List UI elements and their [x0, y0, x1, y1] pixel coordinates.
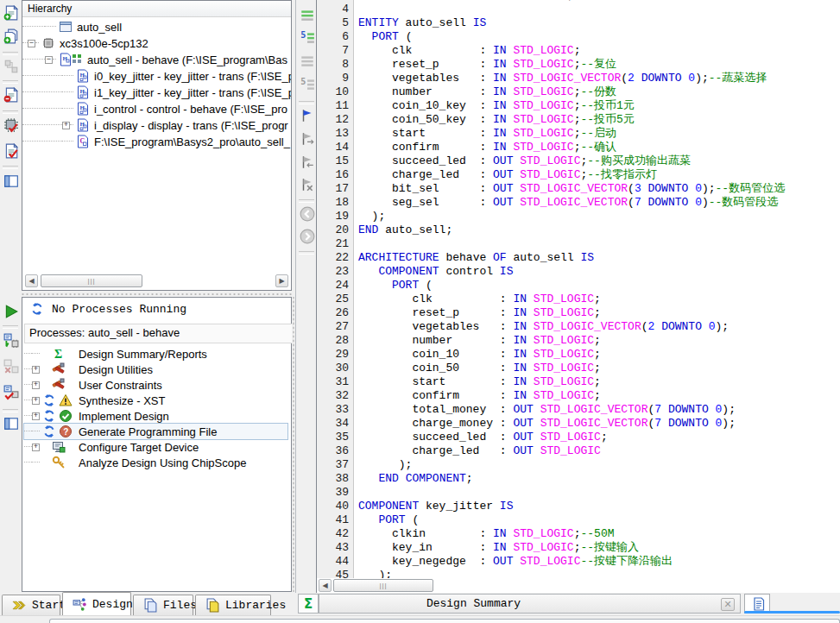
code-line[interactable]: 13 start : IN STD_LOGIC;--启动 — [317, 127, 840, 141]
rerun-gray-button[interactable] — [2, 357, 20, 376]
process-item[interactable]: +Configure Target Device — [24, 439, 287, 455]
editor-hscrollbar[interactable]: ◀ ||| — [319, 579, 839, 592]
lines-num-green-button[interactable]: 5 — [298, 28, 316, 47]
code-line[interactable]: 36 charge_led : OUT STD_LOGIC — [317, 444, 840, 458]
code-line[interactable]: 35 succeed_led : OUT STD_LOGIC; — [317, 431, 840, 444]
lines-gray-button[interactable] — [298, 52, 316, 71]
process-item[interactable]: Analyze Design Using ChipScope — [24, 455, 287, 470]
hierarchy-hscrollbar[interactable]: ◀ ||| ▶ — [25, 274, 288, 287]
code-editor[interactable]: 3USE IEEE.STD_LOGIC_UNSIGNED.ALL;45ENTIT… — [316, 0, 840, 593]
nav-back-button[interactable] — [298, 205, 316, 223]
rerun-all-button[interactable] — [2, 383, 20, 402]
scroll-thumb[interactable]: ||| — [41, 274, 142, 287]
column-view-button[interactable] — [2, 172, 20, 191]
process-item[interactable]: +Implement Design — [24, 408, 287, 424]
flag-clear-button[interactable] — [298, 175, 316, 194]
code-line[interactable]: 31 start : IN STD_LOGIC; — [317, 375, 840, 389]
play-button[interactable] — [2, 302, 20, 321]
code-line[interactable]: 38 END COMPONENT; — [317, 472, 840, 486]
code-line[interactable]: 8 reset_p : IN STD_LOGIC;--复位 — [317, 58, 840, 72]
process-item[interactable]: ?Generate Programming File — [24, 424, 287, 439]
code-line[interactable]: 7 clk : IN STD_LOGIC; — [317, 44, 840, 58]
close-summary-button[interactable]: ✕ — [721, 598, 735, 611]
lines-green-button[interactable] — [298, 6, 316, 25]
code-line[interactable]: 34 charge_money : OUT STD_LOGIC_VECTOR(7… — [317, 417, 840, 431]
code-line[interactable]: 23 COMPONENT control IS — [317, 265, 840, 279]
panel-splitter-horizontal[interactable] — [22, 291, 292, 297]
code-line[interactable]: 5ENTITY auto_sell IS — [317, 16, 840, 30]
code-line[interactable]: 16 charge_led : OUT STD_LOGIC;--找零指示灯 — [317, 168, 840, 182]
hierarchy-item[interactable]: Hi0_key_jitter - key_jitter - trans (F:\… — [22, 68, 291, 84]
code-line[interactable]: 11 coin_10_key : IN STD_LOGIC;--投币1元 — [317, 99, 840, 113]
scroll-left-button[interactable]: ◀ — [319, 579, 332, 592]
code-line[interactable]: 32 confirm : IN STD_LOGIC; — [317, 389, 840, 403]
tab-files[interactable]: Files — [133, 595, 193, 615]
remove-source-button[interactable] — [2, 85, 20, 104]
collapse-toggle[interactable]: − — [28, 40, 35, 47]
code-line[interactable]: 30 coin_50 : IN STD_LOGIC; — [317, 362, 840, 375]
code-line[interactable]: 10 number : IN STD_LOGIC;--份数 — [317, 85, 840, 99]
process-item[interactable]: +User Constraints — [24, 377, 287, 393]
expand-toggle[interactable]: + — [62, 122, 70, 129]
code-line[interactable]: 9 vegetables : IN STD_LOGIC_VECTOR(2 DOW… — [317, 72, 840, 85]
processes-view-header[interactable]: Processes: auto_sell - behave — [24, 324, 294, 343]
hierarchy-item[interactable]: CF:\ISE_program\Basys2_pro\auto_sell_ — [22, 134, 291, 149]
code-line[interactable]: 41 PORT ( — [317, 513, 840, 527]
add-source-button[interactable] — [2, 27, 20, 46]
rerun-button[interactable] — [2, 331, 20, 350]
code-line[interactable]: 27 vegetables : IN STD_LOGIC_VECTOR(2 DO… — [317, 320, 840, 334]
code-line[interactable]: 37 ); — [317, 458, 840, 472]
code-line[interactable]: 24 PORT ( — [317, 279, 840, 293]
code-line[interactable]: 45 ); — [317, 569, 840, 578]
tab-libraries[interactable]: Libraries — [195, 595, 271, 615]
hierarchy-item[interactable]: Hi_control - control - behave (F:\ISE_pr… — [22, 101, 291, 116]
hierarchy-item[interactable]: +Hi_display - display - trans (F:\ISE_pr… — [22, 117, 291, 133]
code-line[interactable]: 22ARCHITECTURE behave OF auto_sell IS — [317, 251, 840, 265]
nav-fwd-button[interactable] — [298, 227, 316, 246]
expand-toggle[interactable]: + — [32, 412, 40, 420]
code-line[interactable]: 6 PORT ( — [317, 30, 840, 44]
code-line[interactable]: 14 confirm : IN STD_LOGIC;--确认 — [317, 141, 840, 154]
code-line[interactable]: 43 key_in : IN STD_LOGIC;--按键输入 — [317, 541, 840, 555]
code-line[interactable]: 39 — [317, 486, 840, 500]
code-line[interactable]: 17 bit_sel : OUT STD_LOGIC_VECTOR(3 DOWN… — [317, 182, 840, 196]
scroll-thumb[interactable]: ||| — [333, 579, 433, 592]
expand-toggle[interactable]: + — [32, 397, 40, 405]
code-line[interactable]: 20END auto_sell; — [317, 223, 840, 237]
lines-num-gray-button[interactable]: 5 — [298, 75, 316, 94]
tab-start[interactable]: Start — [2, 595, 60, 615]
code-line[interactable]: 44 key_negedge : OUT STD_LOGIC--按键下降沿输出 — [317, 555, 840, 569]
collapse-toggle[interactable]: − — [45, 56, 53, 64]
code-line[interactable]: 42 clkin : IN STD_LOGIC;--50M — [317, 527, 840, 541]
process-item[interactable]: ΣDesign Summary/Reports — [24, 346, 287, 362]
scroll-right-button[interactable]: ▶ — [275, 274, 288, 287]
chip-check-button[interactable] — [2, 116, 20, 135]
expand-toggle[interactable]: + — [32, 381, 40, 389]
tab-design[interactable]: Design — [62, 592, 131, 615]
design-summary-tab[interactable]: Design Summary ✕ — [319, 594, 741, 614]
hierarchy-item[interactable]: −xc3s100e-5cp132 — [22, 35, 291, 51]
expand-toggle[interactable]: + — [32, 366, 40, 374]
process-item[interactable]: +Design Utilities — [24, 362, 287, 377]
code-line[interactable]: 19 ); — [317, 210, 840, 223]
column-view-button[interactable] — [2, 414, 20, 433]
flag-next-button[interactable] — [298, 129, 316, 148]
code-line[interactable]: 40COMPONENT key_jitter IS — [317, 500, 840, 513]
flag-prev-button[interactable] — [298, 153, 316, 172]
scroll-left-button[interactable]: ◀ — [25, 274, 38, 287]
hierarchy-item[interactable]: Hi1_key_jitter - key_jitter - trans (F:\… — [22, 85, 291, 100]
code-line[interactable]: 26 reset_p : IN STD_LOGIC; — [317, 306, 840, 320]
code-line[interactable]: 12 coin_50_key : IN STD_LOGIC;--投币5元 — [317, 113, 840, 127]
code-line[interactable]: 21 — [317, 237, 840, 251]
new-project-gray-button[interactable] — [2, 57, 20, 76]
doc-check-button[interactable] — [2, 142, 20, 160]
hierarchy-item[interactable]: auto_sell — [22, 19, 291, 35]
code-line[interactable]: 28 number : IN STD_LOGIC; — [317, 334, 840, 348]
code-text-area[interactable]: 3USE IEEE.STD_LOGIC_UNSIGNED.ALL;45ENTIT… — [317, 0, 840, 578]
code-line[interactable]: 4 — [317, 3, 840, 16]
new-source-button[interactable] — [2, 3, 20, 22]
code-line[interactable]: 18 seg_sel : OUT STD_LOGIC_VECTOR(7 DOWN… — [317, 196, 840, 210]
process-item[interactable]: +Synthesize - XST — [24, 393, 287, 408]
code-line[interactable]: 33 total_money : OUT STD_LOGIC_VECTOR(7 … — [317, 403, 840, 417]
code-line[interactable]: 25 clk : IN STD_LOGIC; — [317, 293, 840, 306]
